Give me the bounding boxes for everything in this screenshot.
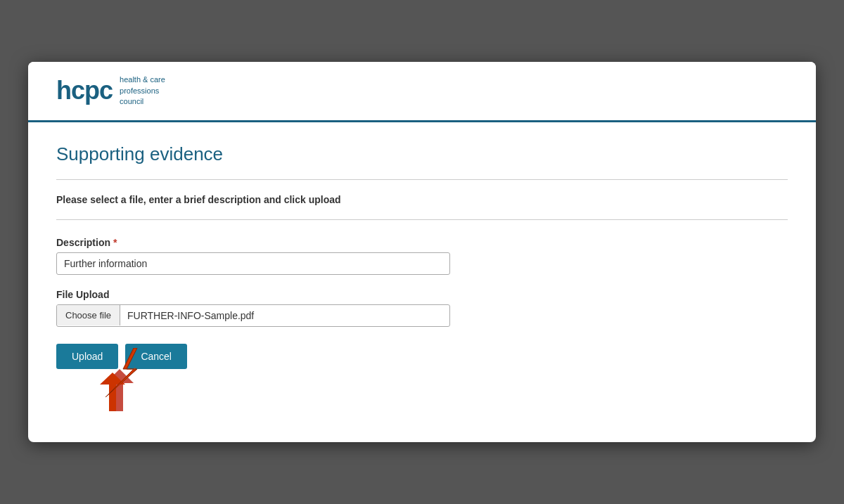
button-row: Upload Cancel	[56, 344, 788, 369]
required-star: *	[113, 237, 117, 248]
file-upload-label: File Upload	[56, 289, 788, 300]
description-input[interactable]	[56, 252, 450, 275]
divider-1	[56, 179, 788, 180]
file-upload-group: File Upload Choose file FURTHER-INFO-Sam…	[56, 289, 788, 327]
logo-tagline: health & care professions council	[120, 75, 165, 107]
site-header: hcpc health & care professions council	[28, 62, 816, 122]
description-field-group: Description *	[56, 237, 788, 275]
browser-window: hcpc health & care professions council S…	[28, 62, 816, 441]
description-label: Description *	[56, 237, 788, 248]
divider-2	[56, 219, 788, 220]
file-upload-wrapper: Choose file FURTHER-INFO-Sample.pdf	[56, 304, 450, 327]
logo-hcpc-text: hcpc	[56, 76, 113, 105]
page-title: Supporting evidence	[56, 143, 788, 165]
logo: hcpc health & care professions council	[56, 75, 788, 107]
arrow-indicator	[77, 369, 134, 411]
main-content: Supporting evidence Please select a file…	[28, 122, 816, 442]
cancel-button[interactable]: Cancel	[125, 344, 187, 369]
instruction-text: Please select a file, enter a brief desc…	[56, 194, 788, 205]
choose-file-button[interactable]: Choose file	[57, 305, 120, 325]
file-name-display: FURTHER-INFO-Sample.pdf	[120, 305, 449, 326]
upload-button[interactable]: Upload	[56, 344, 118, 369]
